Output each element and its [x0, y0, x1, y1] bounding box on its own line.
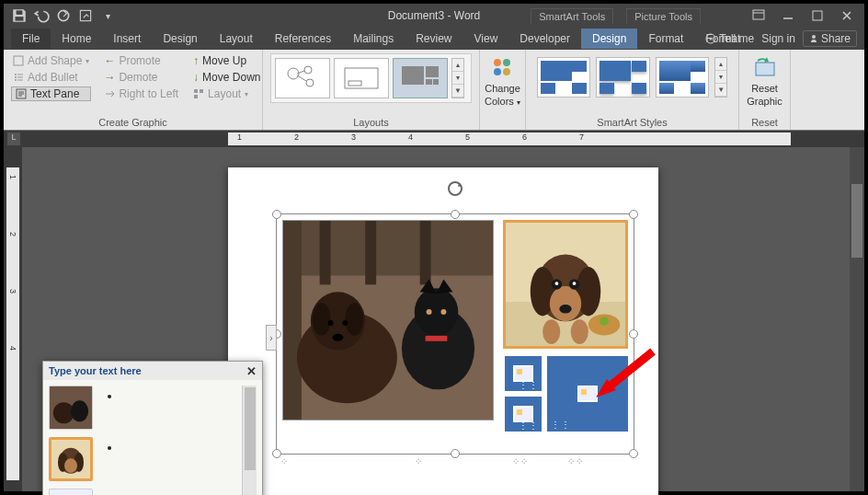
svg-point-18 [304, 66, 312, 74]
styles-up-icon[interactable]: ▴ [715, 58, 726, 71]
resize-handle[interactable] [451, 449, 460, 458]
bullet-item[interactable] [120, 441, 236, 492]
reset-graphic-button[interactable]: Reset Graphic [744, 53, 786, 107]
tab-smartart-design[interactable]: Design [581, 29, 637, 49]
sign-in-button[interactable]: Sign in [761, 32, 795, 45]
save-icon[interactable] [11, 7, 28, 24]
svg-point-47 [427, 309, 432, 315]
scrollbar-thumb[interactable] [851, 184, 862, 258]
minimize-icon[interactable] [774, 6, 802, 26]
svg-rect-15 [200, 89, 203, 93]
text-pane-expand-tab[interactable]: › [266, 325, 277, 351]
dropdown-icon: ▾ [517, 98, 520, 107]
svg-point-57 [550, 286, 581, 321]
gallery-scroll[interactable]: ▴▾▼ [451, 58, 464, 98]
svg-point-27 [503, 59, 510, 66]
move-down-button[interactable]: ↓Move Down [191, 70, 262, 85]
close-icon[interactable]: ✕ [246, 364, 257, 378]
resize-handle[interactable] [272, 210, 281, 219]
document-area[interactable]: 1 2 3 4 [4, 147, 864, 491]
tab-file[interactable]: File [11, 29, 51, 49]
svg-point-29 [503, 68, 510, 75]
styles-more-icon[interactable]: ▼ [715, 84, 726, 97]
svg-point-7 [710, 38, 713, 40]
gallery-down-icon[interactable]: ▾ [452, 72, 463, 85]
smartart-picture-1[interactable] [282, 220, 494, 420]
undo-icon[interactable] [33, 7, 50, 24]
svg-rect-9 [14, 56, 23, 65]
layout-button[interactable]: Layout ▾ [191, 86, 262, 101]
share-button[interactable]: Share [803, 30, 857, 47]
redo-icon[interactable] [55, 7, 72, 24]
right-to-left-button[interactable]: Right to Left [102, 86, 180, 101]
svg-rect-30 [756, 63, 774, 75]
tab-layout[interactable]: Layout [209, 29, 264, 49]
ruler-horizontal[interactable]: L 1 2 3 4 5 6 7 [4, 131, 864, 147]
move-up-button[interactable]: ↑Move Up [191, 53, 262, 68]
bullet-item[interactable] [120, 389, 236, 441]
svg-point-64 [571, 319, 588, 344]
promote-button[interactable]: ←Promote [102, 53, 180, 68]
layout-option-2[interactable] [334, 58, 389, 98]
gallery-up-icon[interactable]: ▴ [452, 59, 463, 72]
text-pane-header[interactable]: Type your text here ✕ [43, 362, 262, 380]
style-option-2[interactable] [596, 57, 649, 98]
tab-references[interactable]: References [264, 29, 342, 49]
smartart-placeholder-3[interactable]: ⋮⋮ [505, 356, 542, 391]
thumbnail-2-selected[interactable] [49, 437, 93, 481]
tab-review[interactable]: Review [405, 29, 463, 49]
close-icon[interactable] [833, 6, 861, 26]
styles-scroll[interactable]: ▴▾▼ [714, 57, 727, 98]
style-option-1[interactable] [537, 57, 590, 98]
tab-insert[interactable]: Insert [102, 29, 152, 49]
smartart-object[interactable]: ⋮⋮ ⋮⋮ ⋮⋮ ⁘ ⁘ ⁘⁘ ⁘⁘ › [276, 213, 634, 455]
smartart-placeholder-4[interactable]: ⋮⋮ [505, 397, 542, 432]
group-reset: Reset Graphic Reset [739, 50, 791, 130]
text-pane-button[interactable]: Text Pane [11, 86, 91, 101]
svg-rect-37 [420, 221, 431, 284]
ruler-corner: L [7, 132, 20, 145]
smartart-picture-2-selected[interactable] [503, 220, 628, 349]
gallery-more-icon[interactable]: ▼ [452, 85, 463, 98]
tab-developer[interactable]: Developer [508, 29, 581, 49]
contextual-group-smartart: SmartArt Tools [531, 8, 613, 24]
tab-design[interactable]: Design [152, 29, 208, 49]
change-colors-button[interactable]: Change Colors ▾ [482, 53, 524, 107]
svg-rect-24 [426, 79, 432, 85]
resize-handle[interactable] [629, 329, 638, 339]
qat-customize-icon[interactable]: ▾ [99, 7, 116, 24]
tab-smartart-format[interactable]: Format [637, 29, 694, 49]
group-styles: ▴▾▼ SmartArt Styles [526, 50, 739, 130]
touch-mode-icon[interactable] [77, 7, 94, 24]
layout-option-1[interactable] [275, 58, 330, 98]
add-shape-button[interactable]: Add Shape ▾ [11, 53, 91, 68]
demote-button[interactable]: →Demote [102, 70, 180, 85]
tab-home[interactable]: Home [51, 29, 102, 49]
maximize-icon[interactable] [804, 6, 831, 26]
add-bullet-button[interactable]: Add Bullet [11, 70, 91, 85]
thumbnail-1[interactable] [49, 386, 93, 430]
ribbon-display-icon[interactable] [745, 6, 772, 26]
tab-mailings[interactable]: Mailings [342, 29, 405, 49]
smartart-text-pane[interactable]: Type your text here ✕ [42, 361, 263, 495]
layout-option-3-selected[interactable] [393, 58, 448, 98]
resize-handle[interactable] [629, 210, 638, 219]
svg-point-72 [64, 458, 77, 473]
scrollbar-thumb[interactable] [245, 387, 256, 470]
ruler-vertical[interactable]: 1 2 3 4 [4, 147, 22, 491]
bullet-list[interactable] [102, 386, 238, 495]
text-pane-scrollbar[interactable] [242, 386, 257, 495]
layouts-gallery[interactable]: ▴▾▼ [270, 53, 472, 103]
styles-gallery[interactable]: ▴▾▼ [533, 53, 731, 101]
vertical-scrollbar[interactable] [850, 147, 864, 491]
styles-down-icon[interactable]: ▾ [715, 71, 726, 84]
resize-handle[interactable] [629, 449, 638, 458]
rotate-handle-icon[interactable] [446, 179, 464, 198]
resize-handle[interactable] [451, 210, 460, 219]
style-option-3[interactable] [656, 57, 709, 98]
svg-point-53 [600, 317, 609, 326]
tell-me-icon[interactable]: Tell me [705, 32, 754, 45]
thumbnail-3-placeholder[interactable] [49, 489, 93, 495]
svg-point-42 [328, 320, 334, 326]
tab-view[interactable]: View [463, 29, 509, 49]
